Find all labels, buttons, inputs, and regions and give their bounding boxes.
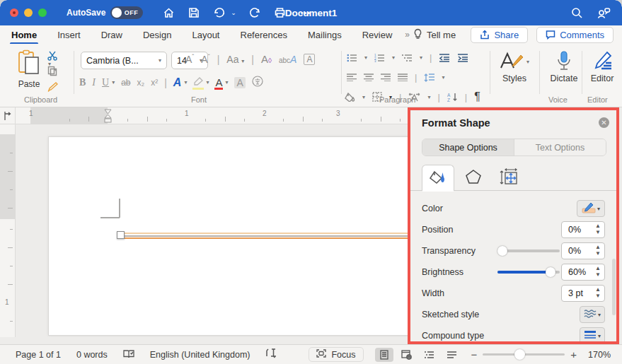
language-status[interactable]: English (United Kingdom)	[150, 350, 250, 360]
more-commands-icon[interactable]: •••	[299, 6, 313, 20]
minimize-window-button[interactable]	[24, 8, 33, 17]
zoom-level[interactable]: 170%	[582, 350, 611, 360]
transparency-slider-thumb[interactable]	[497, 246, 507, 256]
stepper-up-icon[interactable]: ▲	[595, 244, 601, 250]
change-case-button[interactable]: Aa ▾	[226, 54, 244, 65]
increase-indent-icon[interactable]	[457, 54, 468, 62]
phonetic-guide-button[interactable]: abcA	[279, 54, 296, 65]
stepper-up-icon[interactable]: ▲	[595, 265, 601, 271]
justify-icon[interactable]	[398, 74, 408, 81]
sketched-style-button[interactable]: ▾	[580, 306, 605, 323]
font-name-select[interactable]: Cambria (B... ▾	[81, 52, 167, 69]
word-count[interactable]: 0 words	[76, 350, 108, 360]
superscript-button[interactable]: x²	[151, 78, 158, 88]
shape-selection-handle[interactable]	[117, 231, 125, 239]
underline-button[interactable]: U	[102, 77, 109, 88]
panel-close-icon[interactable]: ✕	[599, 117, 609, 128]
effects-tab[interactable]	[457, 165, 490, 191]
align-center-icon[interactable]	[364, 74, 374, 81]
numbered-list-icon[interactable]: 123	[374, 54, 385, 62]
font-color-button[interactable]: A	[215, 76, 222, 88]
indent-markers[interactable]	[103, 109, 113, 126]
line-spacing-icon[interactable]	[424, 74, 434, 82]
stepper-down-icon[interactable]: ▼	[595, 271, 601, 278]
tab-home[interactable]: Home	[10, 28, 38, 42]
copy-icon[interactable]	[47, 66, 58, 76]
brightness-stepper[interactable]: 60% ▲▼	[561, 264, 605, 281]
text-effects-button[interactable]: A	[173, 76, 182, 89]
text-options-tab[interactable]: Text Options	[514, 139, 606, 155]
tab-stop-selector[interactable]	[0, 107, 16, 124]
undo-icon[interactable]	[212, 6, 226, 20]
show-paragraph-marks-button[interactable]: ¶	[474, 90, 480, 103]
focus-button[interactable]: Focus	[309, 347, 363, 362]
subscript-button[interactable]: x₂	[137, 78, 145, 88]
zoom-slider[interactable]	[483, 353, 565, 356]
paste-button[interactable]: ▾ Paste	[13, 49, 45, 89]
text-effects-dropdown-icon[interactable]: ▾	[184, 79, 187, 86]
tellme-label[interactable]: Tell me	[427, 30, 456, 40]
grow-font-button[interactable]: Aˆ	[185, 53, 194, 65]
enclose-characters-button[interactable]: A	[304, 54, 315, 65]
print-layout-view-button[interactable]	[375, 348, 393, 362]
tab-insert[interactable]: Insert	[56, 28, 82, 42]
transparency-stepper[interactable]: 0% ▲▼	[561, 242, 605, 259]
stepper-up-icon[interactable]: ▲	[595, 223, 601, 229]
highlight-dropdown-icon[interactable]: ▾	[206, 79, 209, 86]
search-icon[interactable]	[570, 6, 584, 20]
shape-options-tab[interactable]: Shape Options	[422, 139, 514, 155]
cut-icon[interactable]	[47, 51, 58, 61]
clear-formatting-button[interactable]: A◊	[261, 53, 272, 65]
editor-button[interactable]: Editor	[582, 49, 622, 83]
draft-view-button[interactable]	[443, 348, 461, 362]
stepper-down-icon[interactable]: ▼	[595, 229, 601, 235]
asian-layout-icon[interactable]	[252, 76, 263, 89]
undo-dropdown-icon[interactable]: ⌄	[231, 9, 236, 16]
styles-button[interactable]: ▾ Styles	[494, 49, 535, 83]
redo-icon[interactable]	[248, 6, 262, 20]
text-input-icon[interactable]	[265, 348, 276, 360]
align-left-icon[interactable]	[347, 74, 357, 81]
autosave-toggle[interactable]: OFF	[110, 6, 143, 19]
character-shading-button[interactable]: A	[234, 77, 245, 88]
comments-button[interactable]: Comments	[536, 27, 614, 43]
fill-line-tab[interactable]	[422, 165, 454, 191]
multilevel-list-icon[interactable]	[402, 54, 413, 62]
zoom-window-button[interactable]	[38, 8, 47, 17]
shrink-font-button[interactable]: Aˇ	[201, 53, 209, 65]
home-icon[interactable]	[161, 6, 175, 20]
italic-button[interactable]: I	[92, 77, 96, 88]
position-stepper[interactable]: 0% ▲▼	[561, 221, 605, 238]
outline-view-button[interactable]	[420, 348, 439, 362]
align-right-icon[interactable]	[381, 74, 391, 81]
page-canvas[interactable]	[16, 124, 408, 337]
strikethrough-button[interactable]: ab	[121, 78, 130, 88]
selected-line-shape[interactable]	[122, 233, 408, 239]
highlight-button[interactable]	[193, 77, 203, 88]
tab-mailings[interactable]: Mailings	[306, 28, 343, 42]
width-stepper[interactable]: 3 pt ▲▼	[561, 285, 605, 302]
transparency-slider[interactable]	[497, 246, 560, 256]
print-icon[interactable]	[273, 6, 287, 20]
proofing-status-icon[interactable]	[123, 349, 134, 360]
page-count[interactable]: Page 1 of 1	[16, 350, 61, 360]
layout-properties-tab[interactable]	[493, 165, 525, 191]
tab-references[interactable]: References	[239, 28, 289, 42]
brightness-slider-thumb[interactable]	[546, 267, 555, 277]
bullet-list-icon[interactable]	[347, 54, 357, 62]
brightness-slider[interactable]	[497, 267, 560, 277]
decrease-indent-icon[interactable]	[439, 54, 450, 62]
underline-dropdown-icon[interactable]: ▾	[112, 79, 115, 86]
tab-overflow-chevron-icon[interactable]: »	[405, 30, 409, 40]
stepper-down-icon[interactable]: ▼	[595, 250, 601, 257]
close-window-button[interactable]	[10, 8, 18, 17]
tab-design[interactable]: Design	[142, 28, 173, 42]
tab-layout[interactable]: Layout	[190, 28, 221, 42]
shading-bucket-icon[interactable]	[345, 93, 355, 102]
font-color-dropdown-icon[interactable]: ▾	[225, 79, 228, 86]
compound-type-button[interactable]: ▾	[580, 327, 605, 344]
tab-review[interactable]: Review	[361, 28, 394, 42]
dictate-button[interactable]: Dictate	[543, 49, 584, 83]
share-button[interactable]: Share	[471, 27, 528, 43]
color-picker-button[interactable]: ▾	[577, 200, 605, 217]
